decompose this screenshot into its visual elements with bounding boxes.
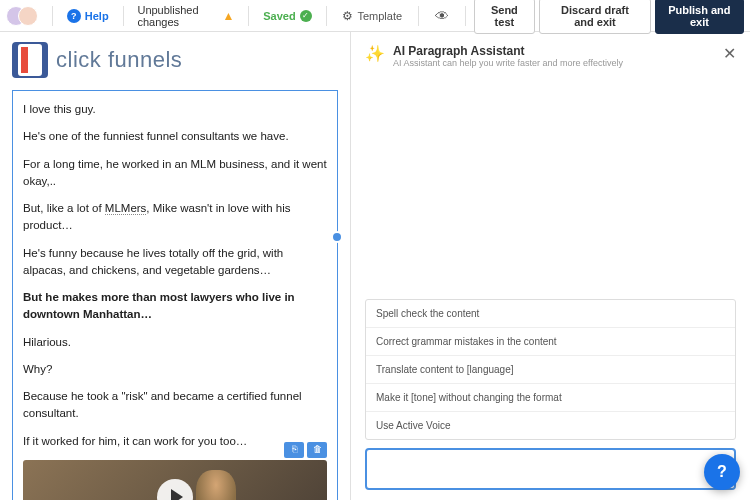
suggestion-list: Spell check the content Correct grammar … (365, 299, 736, 440)
video-thumbnail-image (196, 470, 236, 500)
check-icon: ✓ (300, 10, 312, 22)
close-panel-button[interactable]: ✕ (723, 44, 736, 63)
saved-label: Saved (263, 10, 295, 22)
suggestion-item[interactable]: Correct grammar mistakes in the content (366, 328, 735, 356)
paragraph[interactable]: Hilarious. (23, 334, 327, 351)
divider (52, 6, 53, 26)
paragraph[interactable]: Because he took a "risk" and became a ce… (23, 388, 327, 423)
play-button[interactable] (157, 479, 193, 500)
paragraph[interactable]: But, like a lot of MLMers, Mike wasn't i… (23, 200, 327, 235)
eye-icon: 👁 (435, 8, 449, 24)
text-dotted: MLMers (105, 202, 147, 215)
panel-subtitle: AI Assistant can help you write faster a… (393, 58, 623, 68)
suggestion-item[interactable]: Spell check the content (366, 300, 735, 328)
panel-title: AI Paragraph Assistant (393, 44, 623, 58)
block-actions: ⎘ 🗑 (284, 442, 327, 458)
paragraph[interactable]: I love this guy. (23, 101, 327, 118)
avatar[interactable] (18, 6, 38, 26)
divider (123, 6, 124, 26)
logo-mark-icon (12, 42, 48, 78)
help-button[interactable]: ? Help (61, 5, 115, 27)
ai-assistant-panel: ✨ AI Paragraph Assistant AI Assistant ca… (350, 32, 750, 500)
suggestion-item[interactable]: Translate content to [language] (366, 356, 735, 384)
help-icon: ? (67, 9, 81, 23)
suggestion-item[interactable]: Use Active Voice (366, 412, 735, 439)
play-icon (171, 489, 183, 500)
gear-icon: ⚙ (342, 9, 353, 23)
unpublished-label: Unpublished changes (137, 4, 218, 28)
wand-icon: ✨ (365, 44, 385, 63)
delete-block-button[interactable]: 🗑 (307, 442, 327, 458)
template-label: Template (357, 10, 402, 22)
publish-button[interactable]: Publish and exit (655, 0, 744, 34)
panel-body (365, 72, 736, 299)
copy-block-button[interactable]: ⎘ (284, 442, 304, 458)
paragraph[interactable]: He's funny because he lives totally off … (23, 245, 327, 280)
help-fab-button[interactable]: ? (704, 454, 740, 490)
top-toolbar: ? Help Unpublished changes ▲ Saved ✓ ⚙ T… (0, 0, 750, 32)
text: But, like a lot of (23, 202, 105, 214)
logo: click funnels (12, 42, 338, 78)
paragraph[interactable]: For a long time, he worked in an MLM bus… (23, 156, 327, 191)
paragraph[interactable]: He's one of the funniest funnel consulta… (23, 128, 327, 145)
warning-icon: ▲ (223, 9, 235, 23)
paragraph[interactable]: Why? (23, 361, 327, 378)
divider (248, 6, 249, 26)
suggestion-item[interactable]: Make it [tone] without changing the form… (366, 384, 735, 412)
question-icon: ? (717, 463, 727, 481)
editor-canvas: click funnels I love this guy. He's one … (0, 32, 350, 500)
divider (418, 6, 419, 26)
send-test-button[interactable]: Send test (474, 0, 535, 34)
divider (465, 6, 466, 26)
preview-button[interactable]: 👁 (427, 4, 457, 28)
main-area: click funnels I love this guy. He's one … (0, 32, 750, 500)
paragraph[interactable]: If it worked for him, it can work for yo… (23, 433, 327, 450)
saved-status: Saved ✓ (257, 6, 317, 26)
help-label: Help (85, 10, 109, 22)
panel-header: ✨ AI Paragraph Assistant AI Assistant ca… (365, 44, 736, 68)
video-block[interactable] (23, 460, 327, 500)
logo-text: click funnels (56, 47, 182, 73)
collaborator-avatars[interactable] (6, 6, 38, 26)
unpublished-status[interactable]: Unpublished changes ▲ (131, 0, 240, 32)
paragraph-bold[interactable]: But he makes more than most lawyers who … (23, 289, 327, 324)
discard-button[interactable]: Discard draft and exit (539, 0, 651, 34)
ai-prompt-input[interactable] (365, 448, 736, 490)
divider (326, 6, 327, 26)
selection-handle-icon[interactable] (331, 231, 343, 243)
template-button[interactable]: ⚙ Template (334, 5, 410, 27)
text-editor-block[interactable]: I love this guy. He's one of the funnies… (12, 90, 338, 500)
